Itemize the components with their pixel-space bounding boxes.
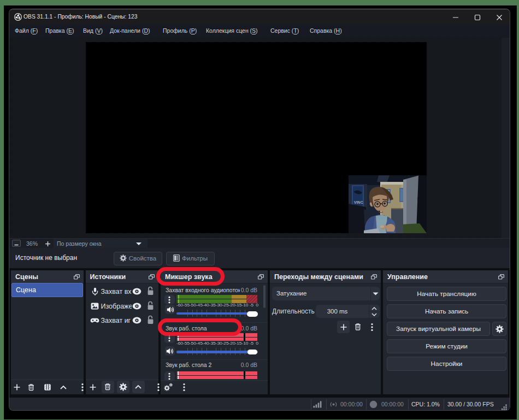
svg-text:VINC: VINC [354, 200, 363, 204]
